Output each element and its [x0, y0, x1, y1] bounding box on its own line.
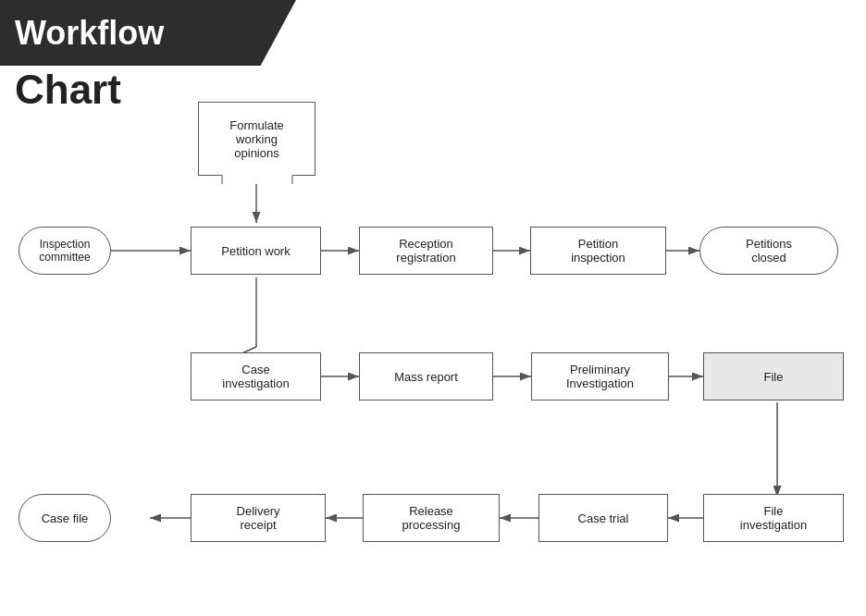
- file-investigation-label: File investigation: [740, 504, 807, 532]
- case-trial-label: Case trial: [578, 511, 629, 525]
- preliminary-investigation-label: Preliminary Investigation: [566, 363, 634, 390]
- node-file: File: [703, 352, 844, 400]
- release-processing-label: Release processing: [402, 504, 461, 532]
- case-investigation-label: Case investigation: [222, 363, 289, 390]
- delivery-receipt-label: Delivery receipt: [237, 504, 280, 532]
- petition-work-label: Petition work: [221, 244, 290, 258]
- chart-label: Chart: [15, 67, 121, 113]
- header-bar: Workflow: [0, 0, 296, 66]
- mass-report-label: Mass report: [394, 370, 458, 384]
- node-case-investigation: Case investigation: [191, 352, 321, 400]
- node-case-trial: Case trial: [538, 494, 668, 542]
- node-formulate: Formulate working opinions: [198, 102, 315, 176]
- header-title: Workflow: [15, 17, 164, 50]
- inspection-committee-label: Inspection committee: [39, 238, 90, 264]
- node-file-investigation: File investigation: [703, 494, 844, 542]
- flowchart: Workflow Chart: [0, 0, 866, 616]
- node-preliminary-investigation: Preliminary Investigation: [531, 352, 669, 400]
- node-petitions-closed: Petitions closed: [699, 227, 838, 275]
- node-petition-inspection: Petition inspection: [530, 227, 666, 275]
- case-file-label: Case file: [42, 511, 89, 525]
- node-mass-report: Mass report: [359, 352, 493, 400]
- file-label: File: [764, 370, 784, 384]
- petitions-closed-label: Petitions closed: [746, 237, 792, 265]
- node-release-processing: Release processing: [363, 494, 500, 542]
- petition-inspection-label: Petition inspection: [571, 237, 625, 265]
- reception-registration-label: Reception registration: [396, 237, 455, 265]
- node-delivery-receipt: Delivery receipt: [191, 494, 326, 542]
- formulate-label: Formulate working opinions: [229, 118, 284, 160]
- node-petition-work: Petition work: [191, 227, 321, 275]
- node-case-file: Case file: [19, 494, 111, 542]
- node-inspection-committee: Inspection committee: [19, 227, 111, 275]
- node-reception-registration: Reception registration: [359, 227, 493, 275]
